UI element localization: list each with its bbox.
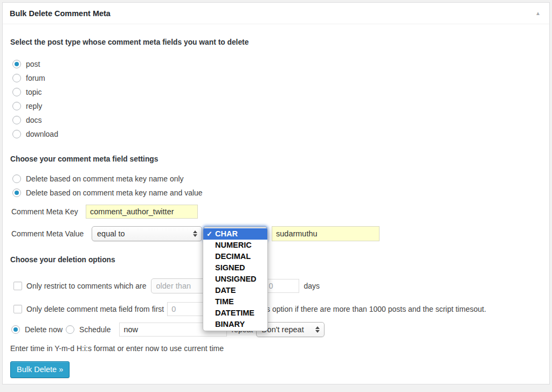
meta-option-key-only[interactable]: Delete based on comment meta key name on… xyxy=(12,172,543,186)
collapse-toggle-icon[interactable]: ▲ xyxy=(535,11,541,16)
menu-item-decimal[interactable]: DECIMAL xyxy=(203,251,267,262)
meta-key-input[interactable] xyxy=(86,205,198,219)
meta-value-row: Comment Meta Value equal to ✓ CHAR NUMER… xyxy=(11,226,543,242)
schedule-row: Delete now Schedule repeat Don't repeat xyxy=(11,321,543,338)
meta-key-row: Comment Meta Key xyxy=(11,204,543,219)
meta-key-label: Comment Meta Key xyxy=(11,207,86,216)
menu-item-label: DATE xyxy=(215,286,236,295)
menu-item-signed[interactable]: SIGNED xyxy=(203,262,267,274)
radio-key-and-value[interactable] xyxy=(12,188,21,197)
meta-option-key-and-value[interactable]: Delete based on comment meta key name an… xyxy=(12,186,543,200)
meta-type-select-wrap: ✓ CHAR NUMERIC DECIMAL SIGNED UNSIGNED D… xyxy=(203,226,267,242)
post-type-option-forum[interactable]: forum xyxy=(12,71,543,85)
schedule-label: Schedule xyxy=(79,325,111,334)
post-type-option-post[interactable]: post xyxy=(12,57,543,71)
metabox-header: Bulk Delete Comment Meta ▲ xyxy=(3,3,549,24)
menu-item-label: SIGNED xyxy=(215,263,245,272)
menu-item-numeric[interactable]: NUMERIC xyxy=(203,240,267,251)
radio-label: reply xyxy=(26,102,42,110)
restrict-checkbox[interactable] xyxy=(13,282,22,290)
radio-reply[interactable] xyxy=(12,102,21,110)
post-type-option-reply[interactable]: reply xyxy=(12,99,543,113)
radio-label: download xyxy=(26,130,58,138)
post-type-radio-list: post forum topic reply docs download xyxy=(10,57,543,141)
time-format-note: Enter time in Y-m-d H:i:s format or ente… xyxy=(10,344,543,353)
radio-label: Delete based on comment meta key name on… xyxy=(26,174,184,183)
bulk-delete-comment-meta-metabox: Bulk Delete Comment Meta ▲ Select the po… xyxy=(2,2,550,384)
deletion-options-heading: Choose your deletion options xyxy=(10,256,543,264)
meta-operator-selected-value: equal to xyxy=(97,229,125,238)
radio-label: forum xyxy=(26,74,45,82)
menu-item-time[interactable]: TIME xyxy=(203,296,267,307)
radio-post[interactable] xyxy=(12,60,21,68)
radio-label: post xyxy=(26,60,40,68)
menu-item-date[interactable]: DATE xyxy=(203,285,267,296)
menu-item-label: TIME xyxy=(215,297,234,306)
radio-docs[interactable] xyxy=(12,116,21,124)
restrict-label: Only restrict to comments which are xyxy=(26,282,147,290)
comment-age-selected-value: older than xyxy=(156,282,191,290)
radio-label: topic xyxy=(26,88,42,96)
radio-delete-now[interactable] xyxy=(11,325,20,334)
menu-item-label: CHAR xyxy=(215,229,238,238)
menu-item-binary[interactable]: BINARY xyxy=(203,319,267,330)
meta-value-label: Comment Meta Value xyxy=(11,229,92,238)
radio-forum[interactable] xyxy=(12,74,21,82)
menu-item-label: UNSIGNED xyxy=(215,275,257,283)
radio-key-only[interactable] xyxy=(12,174,21,183)
select-arrows-icon xyxy=(315,326,320,333)
menu-item-char[interactable]: ✓ CHAR xyxy=(203,228,267,240)
menu-item-unsigned[interactable]: UNSIGNED xyxy=(203,274,267,285)
select-arrows-icon xyxy=(193,230,197,237)
limit-suffix: this option if there are more than 1000 … xyxy=(258,305,486,313)
metabox-body: Select the post type whose comment meta … xyxy=(3,38,549,378)
menu-item-label: BINARY xyxy=(215,320,245,328)
radio-label: docs xyxy=(26,116,42,124)
restrict-row: Only restrict to comments which are olde… xyxy=(11,278,543,294)
metabox-title: Bulk Delete Comment Meta xyxy=(10,9,111,18)
menu-item-label: DATETIME xyxy=(215,309,254,317)
meta-field-radio-list: Delete based on comment meta key name on… xyxy=(10,172,543,200)
radio-download[interactable] xyxy=(12,130,21,138)
bulk-delete-button[interactable]: Bulk Delete » xyxy=(10,361,70,378)
limit-row: Only delete comment meta field from firs… xyxy=(11,301,543,317)
meta-field-heading: Choose your comment meta field settings xyxy=(10,155,543,163)
radio-schedule[interactable] xyxy=(66,325,74,334)
meta-operator-select[interactable]: equal to xyxy=(92,226,202,241)
menu-item-label: DECIMAL xyxy=(215,252,251,261)
meta-type-dropdown-menu: ✓ CHAR NUMERIC DECIMAL SIGNED UNSIGNED D… xyxy=(203,227,268,331)
menu-item-datetime[interactable]: DATETIME xyxy=(203,307,267,319)
post-type-option-topic[interactable]: topic xyxy=(12,85,543,99)
checkmark-icon: ✓ xyxy=(206,228,212,240)
days-suffix: days xyxy=(304,282,320,290)
days-input[interactable] xyxy=(265,279,299,293)
delete-now-label: Delete now xyxy=(25,325,63,334)
menu-item-label: NUMERIC xyxy=(215,241,252,249)
limit-label: Only delete comment meta field from firs… xyxy=(26,305,164,313)
radio-label: Delete based on comment meta key name an… xyxy=(26,188,203,197)
post-type-heading: Select the post type whose comment meta … xyxy=(10,38,543,46)
post-type-option-docs[interactable]: docs xyxy=(12,113,543,127)
post-type-option-download[interactable]: download xyxy=(12,127,543,141)
limit-checkbox[interactable] xyxy=(13,305,22,313)
meta-value-input[interactable] xyxy=(272,226,380,241)
radio-topic[interactable] xyxy=(12,88,21,96)
